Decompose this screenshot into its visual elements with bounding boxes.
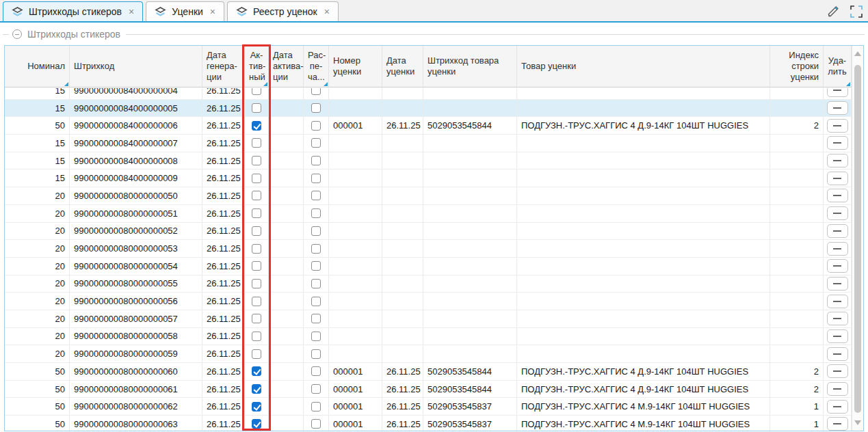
delete-row-button[interactable] <box>827 136 848 150</box>
printed-checkbox[interactable] <box>311 349 321 359</box>
fullscreen-icon[interactable] <box>850 5 863 18</box>
table-row[interactable]: 2099000000008000000005726.11.25 <box>5 310 852 328</box>
column-header-md_num[interactable]: Номер уценки <box>329 46 382 87</box>
printed-checkbox[interactable] <box>311 402 321 411</box>
table-row[interactable]: 2099000000008000000005826.11.25 <box>5 328 852 346</box>
column-header-product[interactable]: Товар уценки <box>517 46 770 87</box>
tab-barcode-stickers[interactable]: Штрихкоды стикеров × <box>3 1 143 21</box>
delete-row-button[interactable] <box>827 417 848 431</box>
active-checkbox[interactable] <box>252 279 261 288</box>
tab-close-icon[interactable]: × <box>324 6 330 17</box>
table-row[interactable]: 1599000000008400000000426.11.25 <box>5 88 852 100</box>
column-header-md_date[interactable]: Дата уценки <box>382 46 423 87</box>
printed-checkbox[interactable] <box>311 314 321 323</box>
printed-checkbox[interactable] <box>311 191 321 200</box>
printed-checkbox[interactable] <box>311 279 321 288</box>
printed-checkbox[interactable] <box>311 384 321 394</box>
table-row[interactable]: 2099000000008000000005526.11.25 <box>5 275 852 293</box>
delete-row-button[interactable] <box>827 242 848 256</box>
delete-row-button[interactable] <box>827 329 848 343</box>
delete-row-button[interactable] <box>827 347 848 361</box>
table-row[interactable]: 2099000000008000000005126.11.25 <box>5 205 852 223</box>
printed-checkbox[interactable] <box>311 366 321 376</box>
table-row[interactable]: 5099000000008400000000626.11.2500000126.… <box>5 117 852 135</box>
delete-row-button[interactable] <box>827 312 848 325</box>
column-header-active[interactable]: Ак- тив- ный <box>245 46 269 87</box>
table-row[interactable]: 5099000000008000000006126.11.2500000126.… <box>5 381 852 399</box>
delete-row-button[interactable] <box>827 364 848 378</box>
active-checkbox[interactable] <box>252 138 261 148</box>
tab-markdown-registry[interactable]: Реестр уценок × <box>227 1 339 21</box>
tab-close-icon[interactable]: × <box>129 6 134 17</box>
column-header-product_barcode[interactable]: Штрихкод товара уценки <box>423 46 517 87</box>
printed-checkbox[interactable] <box>311 88 321 95</box>
active-checkbox[interactable] <box>252 103 261 113</box>
printed-checkbox[interactable] <box>311 226 321 236</box>
column-header-barcode[interactable]: Штрихкод <box>70 46 202 87</box>
delete-row-button[interactable] <box>827 154 848 167</box>
active-checkbox[interactable] <box>252 226 261 236</box>
column-header-delete[interactable]: Уда- лить <box>824 46 852 87</box>
active-checkbox[interactable] <box>252 402 261 411</box>
active-checkbox[interactable] <box>252 208 261 218</box>
delete-row-button[interactable] <box>827 172 848 185</box>
tab-close-icon[interactable]: × <box>210 6 215 17</box>
table-row[interactable]: 1599000000008400000000826.11.25 <box>5 152 852 170</box>
active-checkbox[interactable] <box>252 366 261 376</box>
column-header-printed[interactable]: Рас- пе- ча... <box>304 46 329 87</box>
active-checkbox[interactable] <box>252 297 261 306</box>
delete-row-button[interactable] <box>827 88 848 97</box>
active-checkbox[interactable] <box>252 121 261 131</box>
delete-row-button[interactable] <box>827 277 848 291</box>
delete-row-button[interactable] <box>827 224 848 238</box>
vertical-scrollbar[interactable] <box>852 46 863 431</box>
printed-checkbox[interactable] <box>311 103 321 113</box>
column-header-nominal[interactable]: Номинал <box>5 46 70 87</box>
active-checkbox[interactable] <box>252 332 261 341</box>
table-row[interactable]: 1599000000008400000000726.11.25 <box>5 135 852 152</box>
active-checkbox[interactable] <box>252 349 261 359</box>
delete-row-button[interactable] <box>827 206 848 220</box>
table-row[interactable]: 1599000000008400000000926.11.25 <box>5 170 852 187</box>
delete-row-button[interactable] <box>827 382 848 396</box>
delete-row-button[interactable] <box>827 295 848 308</box>
delete-row-button[interactable] <box>827 259 848 273</box>
delete-row-button[interactable] <box>827 119 848 133</box>
column-header-row_index[interactable]: Индекс строки уценки <box>770 46 824 87</box>
table-row[interactable]: 2099000000008000000005226.11.25 <box>5 223 852 241</box>
printed-checkbox[interactable] <box>311 121 321 131</box>
table-row[interactable]: 2099000000008000000005626.11.25 <box>5 293 852 310</box>
edit-pencil-icon[interactable] <box>826 5 841 18</box>
printed-checkbox[interactable] <box>311 138 321 148</box>
printed-checkbox[interactable] <box>311 261 321 271</box>
table-row[interactable]: 2099000000008000000005326.11.25 <box>5 240 852 258</box>
active-checkbox[interactable] <box>252 419 261 429</box>
table-row[interactable]: 2099000000008000000005426.11.25 <box>5 258 852 275</box>
table-row[interactable]: 5099000000008000000006226.11.2500000126.… <box>5 398 852 416</box>
printed-checkbox[interactable] <box>311 297 321 306</box>
printed-checkbox[interactable] <box>311 244 321 254</box>
scroll-down-icon[interactable] <box>854 420 861 425</box>
tab-markdowns[interactable]: Уценки × <box>146 1 224 21</box>
delete-row-button[interactable] <box>827 400 848 414</box>
scroll-up-icon[interactable] <box>854 51 861 56</box>
table-row[interactable]: 2099000000008000000005926.11.25 <box>5 345 852 363</box>
active-checkbox[interactable] <box>252 244 261 254</box>
column-header-act_date[interactable]: Дата актива- ции <box>269 46 304 87</box>
printed-checkbox[interactable] <box>311 156 321 165</box>
active-checkbox[interactable] <box>252 384 261 394</box>
delete-row-button[interactable] <box>827 189 848 202</box>
delete-row-button[interactable] <box>827 101 848 115</box>
scrollbar-thumb[interactable] <box>854 65 861 413</box>
printed-checkbox[interactable] <box>311 332 321 341</box>
table-row[interactable]: 1599000000008400000000526.11.25 <box>5 100 852 118</box>
printed-checkbox[interactable] <box>311 419 321 429</box>
printed-checkbox[interactable] <box>311 208 321 218</box>
table-row[interactable]: 2099000000008000000005026.11.25 <box>5 187 852 205</box>
active-checkbox[interactable] <box>252 314 261 323</box>
table-row[interactable]: 5099000000008000000006326.11.2500000126.… <box>5 416 852 431</box>
active-checkbox[interactable] <box>252 261 261 271</box>
printed-checkbox[interactable] <box>311 174 321 183</box>
column-header-gen_date[interactable]: Дата генера- ции <box>202 46 245 87</box>
active-checkbox[interactable] <box>252 174 261 183</box>
